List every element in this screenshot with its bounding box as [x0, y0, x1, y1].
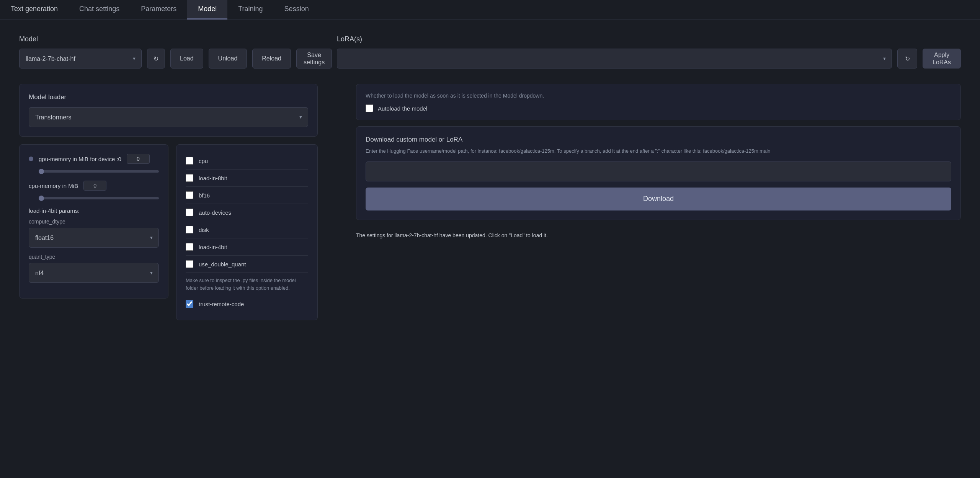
quant-type-select-wrapper: nf4 fp4 [29, 263, 159, 283]
disk-label: disk [199, 227, 209, 233]
tab-model[interactable]: Model [187, 0, 227, 20]
auto-devices-label: auto-devices [199, 209, 231, 216]
download-button[interactable]: Download [366, 188, 951, 210]
left-panel: Model loader Transformers [19, 84, 318, 463]
lora-select[interactable] [337, 49, 892, 69]
load-in-4bit-label: load-in-4bit params: [29, 207, 159, 214]
checkbox-cpu: cpu [186, 152, 308, 170]
save-settings-button[interactable]: Savesettings [296, 49, 332, 69]
model-loader-label: Model loader [29, 93, 308, 101]
load-in-8bit-label: load-in-8bit [199, 175, 227, 181]
checkbox-auto-devices: auto-devices [186, 204, 308, 221]
auto-devices-checkbox[interactable] [186, 209, 193, 216]
trust-remote-code-checkbox[interactable] [186, 300, 193, 308]
cpu-checkbox-label: cpu [199, 158, 208, 164]
disk-checkbox[interactable] [186, 226, 193, 233]
cpu-memory-slider-header: cpu-memory in MiB 0 [29, 181, 159, 191]
download-title: Download custom model or LoRA [366, 136, 951, 144]
cpu-checkbox[interactable] [186, 157, 193, 165]
lora-dropdown-wrapper [337, 49, 892, 69]
checkbox-bf16: bf16 [186, 187, 308, 204]
right-panel: Whether to load the model as soon as it … [337, 84, 961, 463]
lora-refresh-button[interactable]: ↻ [897, 49, 917, 69]
two-col-section: gpu-memory in MiB for device :0 0 [19, 144, 318, 320]
model-loader-section: Model loader Transformers [19, 84, 318, 137]
lora-section: LoRA(s) ↻ ApplyLoRAs [337, 35, 961, 69]
reload-button[interactable]: Reload [252, 49, 291, 69]
checkboxes-panel: cpu load-in-8bit bf16 [176, 144, 318, 320]
checkbox-disk: disk [186, 221, 308, 238]
cpu-memory-label: cpu-memory in MiB [29, 183, 78, 189]
bf16-label: bf16 [199, 192, 210, 199]
model-row: llama-2-7b-chat-hf ↻ Load Unload Reload … [19, 49, 318, 69]
model-section: Model llama-2-7b-chat-hf ↻ Load Unload R… [19, 35, 318, 69]
load-in-4bit-checkbox[interactable] [186, 243, 193, 251]
model-select[interactable]: llama-2-7b-chat-hf [19, 49, 142, 69]
download-input[interactable] [366, 162, 951, 181]
model-loader-select-wrapper: Transformers [29, 107, 308, 127]
gpu-memory-slider-row: gpu-memory in MiB for device :0 0 [29, 154, 159, 174]
lora-select-wrapper [337, 49, 892, 69]
gpu-memory-dot [29, 157, 33, 161]
tab-bar: Text generation Chat settings Parameters… [0, 0, 980, 20]
trust-remote-note: Make sure to inspect the .py files insid… [186, 277, 308, 292]
checkbox-trust-remote-code: trust-remote-code [186, 295, 308, 312]
bf16-checkbox[interactable] [186, 191, 193, 199]
gpu-memory-label: gpu-memory in MiB for device :0 [39, 156, 121, 162]
autoload-checkbox[interactable] [366, 104, 373, 112]
quant-type-group: quant_type nf4 fp4 [29, 254, 159, 283]
download-section: Download custom model or LoRA Enter the … [356, 126, 961, 220]
model-dropdown-wrapper: llama-2-7b-chat-hf [19, 49, 142, 69]
quant-type-label: quant_type [29, 254, 159, 260]
lora-section-label: LoRA(s) [337, 35, 961, 43]
model-select-wrapper: llama-2-7b-chat-hf [19, 49, 142, 69]
checkboxes-col: cpu load-in-8bit bf16 [176, 144, 318, 320]
quant-type-select[interactable]: nf4 fp4 [29, 263, 159, 283]
compute-dtype-select[interactable]: float16 bfloat16 float32 [29, 228, 159, 248]
checkbox-load-in-4bit: load-in-4bit [186, 238, 308, 256]
model-lora-top-row: Model llama-2-7b-chat-hf ↻ Load Unload R… [19, 35, 961, 69]
tab-session[interactable]: Session [274, 0, 320, 20]
autoload-description: Whether to load the model as soon as it … [366, 92, 951, 100]
tab-parameters[interactable]: Parameters [130, 0, 187, 20]
tab-training[interactable]: Training [227, 0, 273, 20]
cpu-memory-value[interactable]: 0 [83, 181, 106, 191]
lora-row: ↻ ApplyLoRAs [337, 49, 961, 69]
tab-chat-settings[interactable]: Chat settings [69, 0, 130, 20]
sliders-section: gpu-memory in MiB for device :0 0 [19, 144, 168, 299]
cpu-memory-slider[interactable] [39, 197, 159, 199]
load-button[interactable]: Load [170, 49, 203, 69]
sliders-col: gpu-memory in MiB for device :0 0 [19, 144, 168, 320]
compute-dtype-select-wrapper: float16 bfloat16 float32 [29, 228, 159, 248]
compute-dtype-label: compute_dtype [29, 219, 159, 225]
apply-loras-button[interactable]: ApplyLoRAs [923, 49, 961, 69]
model-refresh-button[interactable]: ↻ [147, 49, 165, 69]
load-in-4bit-checkbox-label: load-in-4bit [199, 244, 227, 250]
autoload-section: Whether to load the model as soon as it … [356, 84, 961, 120]
autoload-label: Autoload the model [378, 105, 427, 112]
checkbox-use-double-quant: use_double_quant [186, 256, 308, 273]
cpu-memory-slider-row: cpu-memory in MiB 0 [29, 181, 159, 201]
main-content: Model llama-2-7b-chat-hf ↻ Load Unload R… [0, 20, 980, 478]
bottom-section: Model loader Transformers [19, 84, 961, 463]
cpu-memory-track [29, 194, 159, 201]
autoload-toggle-row: Autoload the model [366, 104, 951, 112]
checkbox-load-in-8bit: load-in-8bit [186, 170, 308, 187]
gpu-memory-track [29, 168, 159, 174]
use-double-quant-checkbox[interactable] [186, 260, 193, 268]
download-description: Enter the Hugging Face username/model pa… [366, 147, 951, 155]
gpu-memory-value[interactable]: 0 [127, 154, 150, 164]
gpu-memory-slider-header: gpu-memory in MiB for device :0 0 [29, 154, 159, 164]
model-section-label: Model [19, 35, 318, 43]
trust-remote-code-label: trust-remote-code [199, 301, 244, 307]
model-loader-select[interactable]: Transformers [29, 107, 308, 127]
tab-text-generation[interactable]: Text generation [0, 0, 69, 20]
status-text: The settings for llama-2-7b-chat-hf have… [356, 232, 961, 240]
compute-dtype-group: compute_dtype float16 bfloat16 float32 [29, 219, 159, 248]
unload-button[interactable]: Unload [209, 49, 247, 69]
gpu-memory-slider[interactable] [39, 170, 159, 173]
use-double-quant-label: use_double_quant [199, 261, 246, 268]
load-in-8bit-checkbox[interactable] [186, 174, 193, 182]
